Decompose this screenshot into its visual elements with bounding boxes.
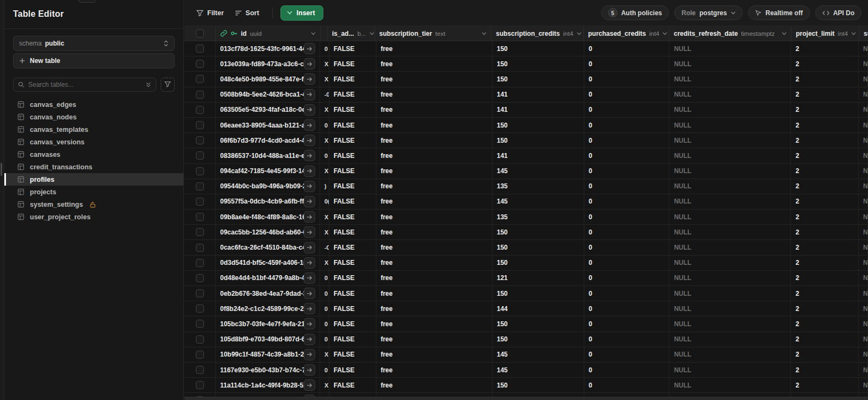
row-checkbox[interactable] [196,351,204,359]
table-row[interactable]: 09557f5a-0dcb-4cb9-a6fb-fff366... 0( FAL… [184,194,868,209]
expand-row-button[interactable] [304,349,315,360]
row-checkbox[interactable] [196,91,204,99]
expand-row-button[interactable] [304,135,315,146]
row-checkbox[interactable] [196,335,204,344]
row-checkbox[interactable] [196,259,204,267]
table-row[interactable]: 08386537-10d4-488a-a11e-eb5a6... 0 FALSE… [184,148,868,163]
expand-row-button[interactable] [304,272,315,284]
column-header-subscription-tier[interactable]: subscription_tier text [375,26,492,41]
table-row[interactable]: 10b99c1f-4857-4c39-a8b1-263b8... X FALSE… [184,347,868,363]
sidebar-table-item[interactable]: canvas_templates [4,123,183,136]
table-row[interactable]: 013cf78d-1625-43fc-9961-442189... 0 FALS… [184,41,868,56]
sidebar-table-item[interactable]: projects [4,186,183,198]
table-row[interactable]: 0d48e4d4-b1bf-4479-9a8b-4a4b... 0 FALSE … [184,271,868,286]
auth-policies-button[interactable]: 5 Auth policies [601,5,669,20]
table-row[interactable]: 09544b0c-ba9b-496a-9b09-244... ) FALSE f… [184,179,868,194]
horizontal-scrollbar-track[interactable] [184,397,868,400]
table-row[interactable]: 06f6b7d3-977d-4cd0-acd4-4a78... X FALSE … [184,133,868,148]
expand-row-button[interactable] [304,73,315,85]
expand-row-button[interactable] [304,334,315,345]
sidebar-table-item[interactable]: profiles [4,173,183,186]
table-row[interactable]: 06eaee33-8905-4aaa-b121-ab552... 0 FALSE… [184,118,868,133]
expand-row-button[interactable] [304,104,315,116]
expand-row-button[interactable] [304,166,315,177]
row-checkbox[interactable] [196,228,204,236]
row-checkbox[interactable] [196,381,204,389]
insert-button[interactable]: Insert [280,5,323,21]
select-all-checkbox[interactable] [196,29,204,37]
table-row[interactable]: 105d8bf9-e703-49bd-807d-645e... 0 FALSE … [184,332,868,347]
row-checkbox[interactable] [196,75,204,83]
expand-row-button[interactable] [304,318,315,329]
row-checkbox[interactable] [196,167,204,175]
row-checkbox[interactable] [196,198,204,206]
expand-row-button[interactable] [304,257,315,269]
table-row[interactable]: 063505e5-4293-4faf-a18c-0e65b... X FALSE… [184,103,868,118]
chevron-down-icon[interactable] [662,32,667,35]
chevron-down-icon[interactable] [577,32,582,35]
table-row[interactable]: 0f8b24e2-c1c2-4589-99ce-2c52d... 0 FALSE… [184,301,868,316]
expand-row-button[interactable] [304,43,315,54]
column-header-subscription-credits[interactable]: subscription_credits int4 [492,26,584,41]
chevron-down-icon[interactable] [369,32,374,35]
row-checkbox[interactable] [196,366,204,374]
expand-row-button[interactable] [304,89,315,100]
row-checkbox[interactable] [196,45,204,53]
new-table-button[interactable]: New table [13,53,175,68]
column-header-clipped[interactable] [321,26,328,41]
sidebar-table-item[interactable]: canvases [4,148,183,161]
column-header-id[interactable]: id uuid [216,26,321,41]
expand-row-button[interactable] [304,196,315,207]
realtime-toggle-button[interactable]: Realtime off [748,5,810,20]
chevron-down-icon[interactable] [851,32,856,35]
filter-button[interactable]: Filter [191,6,229,20]
expand-row-button[interactable] [304,150,315,161]
table-row[interactable]: 1167e930-e5b0-43b7-b74c-788c9... 0 FALSE… [184,363,868,378]
expand-row-button[interactable] [304,181,315,192]
sidebar-table-item[interactable]: system_settings [4,198,183,211]
row-checkbox[interactable] [196,121,204,129]
column-header-credits-refresh-date[interactable]: credits_refresh_date timestamptz [669,26,792,41]
row-checkbox[interactable] [196,151,204,160]
chevron-down-icon[interactable] [311,32,316,35]
expand-row-button[interactable] [304,303,315,314]
table-row[interactable]: 013e039a-fd89-473a-a3c6-ccfa9... X FALSE… [184,56,868,72]
sidebar-table-item[interactable]: canvas_versions [4,136,183,148]
row-checkbox[interactable] [196,274,204,282]
row-checkbox[interactable] [196,304,204,313]
row-checkbox[interactable] [196,106,204,114]
chevron-down-icon[interactable] [782,32,787,35]
row-checkbox[interactable] [196,182,204,191]
row-checkbox[interactable] [196,136,204,144]
expand-row-button[interactable] [304,58,315,69]
rail-scrollbar-thumb[interactable] [1,163,2,176]
column-header-clipped-right[interactable]: su [859,26,868,41]
sidebar-filter-button[interactable] [161,78,175,92]
table-row[interactable]: 0d3d541d-bf5c-459f-a406-16b93... X FALSE… [184,256,868,271]
table-row[interactable]: 0cac6fca-26cf-4510-84ba-c4580... -C FALS… [184,240,868,255]
sidebar-table-item[interactable]: user_project_roles [4,211,183,223]
sidebar-table-item[interactable]: credit_transactions [4,161,183,173]
expand-row-button[interactable] [304,119,315,131]
expand-row-button[interactable] [304,242,315,253]
expand-row-button[interactable] [304,288,315,299]
row-checkbox[interactable] [196,60,204,68]
table-row[interactable]: 11a114cb-1a4c-49f4-9b28-52219ec... X FAL… [184,378,868,393]
table-row[interactable]: 0eb2b676-38ed-4ea7-9dad-38e6... 0 FALSE … [184,286,868,301]
search-tables-input[interactable] [28,81,142,88]
expand-row-button[interactable] [304,379,315,391]
table-row[interactable]: 105bc3b7-03fe-4e7f-9efa-21bb40... 0 FALS… [184,316,868,332]
role-selector-button[interactable]: Role postgres [674,5,743,20]
row-checkbox[interactable] [196,244,204,252]
api-docs-button[interactable]: API Do [815,5,861,20]
row-checkbox[interactable] [196,289,204,297]
row-checkbox[interactable] [196,213,204,221]
row-checkbox[interactable] [196,320,204,328]
expand-row-button[interactable] [304,226,315,238]
table-row[interactable]: 09b8ae4e-f48c-4f89-8a8c-1629b... X FALSE… [184,209,868,225]
sort-button[interactable]: Sort [229,6,265,20]
column-header-project-limit[interactable]: project_limit int4 [792,26,859,41]
expand-row-button[interactable] [304,364,315,376]
table-row[interactable]: 048c4e50-b989-455e-847e-fb2f... X FALSE … [184,72,868,87]
sidebar-table-item[interactable]: canvas_nodes [4,111,183,123]
